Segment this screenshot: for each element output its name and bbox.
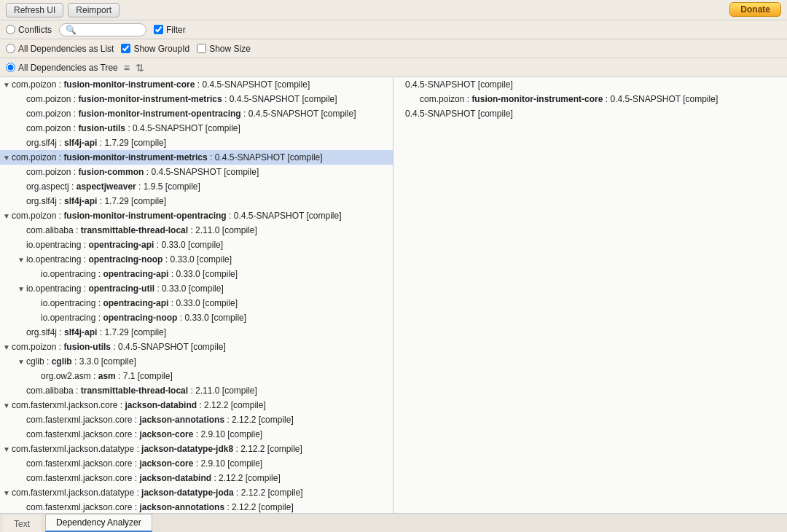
dep-text: io.opentracing : opentracing-api : 0.33.… <box>26 238 223 251</box>
filter-checkbox[interactable] <box>154 25 163 34</box>
tree-row[interactable]: ▼ io.opentracing : opentracing-noop : 0.… <box>0 252 393 267</box>
tree-row[interactable]: io.opentracing : opentracing-noop : 0.33… <box>0 310 393 325</box>
conflicts-radio-label[interactable]: Conflicts <box>6 25 52 35</box>
tree-row[interactable]: com.poizon : fusion-monitor-instrument-c… <box>394 92 787 106</box>
dep-text: com.fasterxml.jackson.core : jackson-cor… <box>26 457 262 470</box>
show-size-label: Show Size <box>209 44 251 54</box>
dep-text: com.poizon : fusion-utils : 0.4.5-SNAPSH… <box>26 122 240 135</box>
all-deps-tree-radio[interactable] <box>6 63 15 72</box>
expand-arrow[interactable]: ▼ <box>17 356 26 367</box>
tree-row[interactable]: com.fasterxml.jackson.core : jackson-ann… <box>0 412 393 427</box>
tree-row: All Dependencies as Tree ≡ ⇅ <box>0 58 787 77</box>
expand-arrow[interactable]: ▼ <box>3 79 12 90</box>
conflicts-label: Conflicts <box>18 25 52 35</box>
tree-row[interactable]: 0.4.5-SNAPSHOT [compile] <box>394 106 787 121</box>
tree-row[interactable]: org.aspectj : aspectjweaver : 1.9.5 [com… <box>0 179 393 194</box>
show-groupid-label: Show GroupId <box>133 44 189 54</box>
tree-row[interactable]: io.opentracing : opentracing-api : 0.33.… <box>0 238 393 252</box>
dep-text: com.fasterxml.jackson.core : jackson-ann… <box>26 501 294 513</box>
filter-label: Filter <box>166 25 186 35</box>
donate-button[interactable]: Donate <box>729 2 781 17</box>
dep-text: org.slf4j : slf4j-api : 1.7.29 [compile] <box>26 326 166 339</box>
tab-dependency-analyzer[interactable]: Dependency Analyzer <box>45 514 152 532</box>
tree-row[interactable]: com.alibaba : transmittable-thread-local… <box>0 223 393 238</box>
tree-row[interactable]: ▼ com.poizon : fusion-monitor-instrument… <box>0 208 393 223</box>
expand-arrow[interactable]: ▼ <box>17 283 26 294</box>
reimport-button[interactable]: Reimport <box>68 3 120 17</box>
dep-text: 0.4.5-SNAPSHOT [compile] <box>405 78 513 91</box>
sort2-icon[interactable]: ⇅ <box>136 63 144 73</box>
tree-row[interactable]: ▼ com.poizon : fusion-utils : 0.4.5-SNAP… <box>0 340 393 354</box>
dep-text: com.fasterxml.jackson.core : jackson-dat… <box>12 399 266 412</box>
refresh-ui-button[interactable]: Refresh UI <box>6 3 63 17</box>
dep-text: io.opentracing : opentracing-api : 0.33.… <box>41 297 238 310</box>
show-groupid-checkbox[interactable] <box>121 44 130 53</box>
tree-row[interactable]: org.slf4j : slf4j-api : 1.7.29 [compile] <box>0 194 393 208</box>
tree-row[interactable]: com.poizon : fusion-monitor-instrument-o… <box>0 106 393 121</box>
tree-row[interactable]: com.fasterxml.jackson.core : jackson-cor… <box>0 456 393 471</box>
dep-text: com.alibaba : transmittable-thread-local… <box>26 224 257 237</box>
right-panel[interactable]: 0.4.5-SNAPSHOT [compile]com.poizon : fus… <box>394 77 787 513</box>
expand-arrow[interactable]: ▼ <box>3 211 12 222</box>
conflicts-radio[interactable] <box>6 25 15 34</box>
tree-row[interactable]: com.fasterxml.jackson.core : jackson-cor… <box>0 427 393 442</box>
dep-text: org.slf4j : slf4j-api : 1.7.29 [compile] <box>26 195 166 208</box>
dep-text: com.poizon : fusion-monitor-instrument-m… <box>26 93 337 106</box>
tree-row[interactable]: io.opentracing : opentracing-api : 0.33.… <box>0 296 393 310</box>
left-panel[interactable]: ▼ com.poizon : fusion-monitor-instrument… <box>0 77 394 513</box>
all-deps-tree-radio-label[interactable]: All Dependencies as Tree <box>6 63 118 73</box>
main-content: ▼ com.poizon : fusion-monitor-instrument… <box>0 77 787 513</box>
tree-row[interactable]: io.opentracing : opentracing-api : 0.33.… <box>0 267 393 281</box>
tree-row[interactable]: 0.4.5-SNAPSHOT [compile] <box>394 77 787 92</box>
show-groupid-check-label[interactable]: Show GroupId <box>121 44 189 54</box>
tree-row[interactable]: ▼ io.opentracing : opentracing-util : 0.… <box>0 281 393 296</box>
tree-row[interactable]: org.slf4j : slf4j-api : 1.7.29 [compile] <box>0 325 393 340</box>
expand-arrow[interactable]: ▼ <box>3 152 12 163</box>
tree-row[interactable]: com.fasterxml.jackson.core : jackson-ann… <box>0 500 393 513</box>
tree-row[interactable]: com.poizon : fusion-monitor-instrument-m… <box>0 92 393 106</box>
dep-text: com.poizon : fusion-monitor-instrument-c… <box>12 78 310 91</box>
dep-text: com.poizon : fusion-utils : 0.4.5-SNAPSH… <box>12 340 226 353</box>
dep-text: com.fasterxml.jackson.core : jackson-dat… <box>26 472 281 485</box>
dep-text: io.opentracing : opentracing-noop : 0.33… <box>26 253 232 266</box>
dep-text: com.fasterxml.jackson.datatype : jackson… <box>12 486 303 499</box>
tree-row[interactable]: com.poizon : fusion-common : 0.4.5-SNAPS… <box>0 165 393 179</box>
dep-text: org.ow2.asm : asm : 7.1 [compile] <box>41 369 173 383</box>
filter-check-label[interactable]: Filter <box>154 25 186 35</box>
toolbar: Refresh UI Reimport Donate <box>0 0 787 20</box>
dep-text: io.opentracing : opentracing-noop : 0.33… <box>41 311 246 324</box>
tree-row[interactable]: ▼ com.poizon : fusion-monitor-instrument… <box>0 150 393 165</box>
all-deps-list-radio-label[interactable]: All Dependencies as List <box>6 44 114 54</box>
options-row: All Dependencies as List Show GroupId Sh… <box>0 39 787 58</box>
sort-icon[interactable]: ≡ <box>124 63 130 73</box>
expand-arrow[interactable]: ▼ <box>3 400 12 411</box>
tree-row[interactable]: org.slf4j : slf4j-api : 1.7.29 [compile] <box>0 136 393 150</box>
dep-text: com.alibaba : transmittable-thread-local… <box>26 384 257 397</box>
tree-row[interactable]: org.ow2.asm : asm : 7.1 [compile] <box>0 369 393 383</box>
show-size-check-label[interactable]: Show Size <box>197 44 251 54</box>
tree-row[interactable]: ▼ com.fasterxml.jackson.datatype : jacks… <box>0 442 393 456</box>
expand-arrow[interactable]: ▼ <box>3 342 12 353</box>
tree-row[interactable]: com.poizon : fusion-utils : 0.4.5-SNAPSH… <box>0 121 393 136</box>
expand-arrow[interactable]: ▼ <box>17 254 26 265</box>
all-deps-list-radio[interactable] <box>6 44 15 53</box>
dep-text: com.fasterxml.jackson.core : jackson-ann… <box>26 413 294 426</box>
tab-text[interactable]: Text <box>3 515 41 532</box>
dep-text: io.opentracing : opentracing-api : 0.33.… <box>41 267 238 281</box>
show-size-checkbox[interactable] <box>197 44 206 53</box>
expand-arrow[interactable]: ▼ <box>3 488 12 498</box>
tree-row[interactable]: com.fasterxml.jackson.core : jackson-dat… <box>0 471 393 485</box>
tree-row[interactable]: ▼ cglib : cglib : 3.3.0 [compile] <box>0 354 393 369</box>
dep-text: com.poizon : fusion-monitor-instrument-o… <box>12 209 342 222</box>
tree-row[interactable]: ▼ com.poizon : fusion-monitor-instrument… <box>0 77 393 92</box>
tree-row[interactable]: ▼ com.fasterxml.jackson.datatype : jacks… <box>0 485 393 500</box>
dep-text: com.poizon : fusion-common : 0.4.5-SNAPS… <box>26 165 259 179</box>
tree-row[interactable]: com.alibaba : transmittable-thread-local… <box>0 383 393 398</box>
dep-text: org.aspectj : aspectjweaver : 1.9.5 [com… <box>26 180 200 193</box>
dep-text: 0.4.5-SNAPSHOT [compile] <box>405 107 513 120</box>
expand-arrow[interactable]: ▼ <box>3 444 12 455</box>
tree-row[interactable]: ▼ com.fasterxml.jackson.core : jackson-d… <box>0 398 393 412</box>
dep-text: com.fasterxml.jackson.core : jackson-cor… <box>26 428 262 441</box>
search-input[interactable] <box>59 23 146 36</box>
dep-text: cglib : cglib : 3.3.0 [compile] <box>26 355 136 368</box>
